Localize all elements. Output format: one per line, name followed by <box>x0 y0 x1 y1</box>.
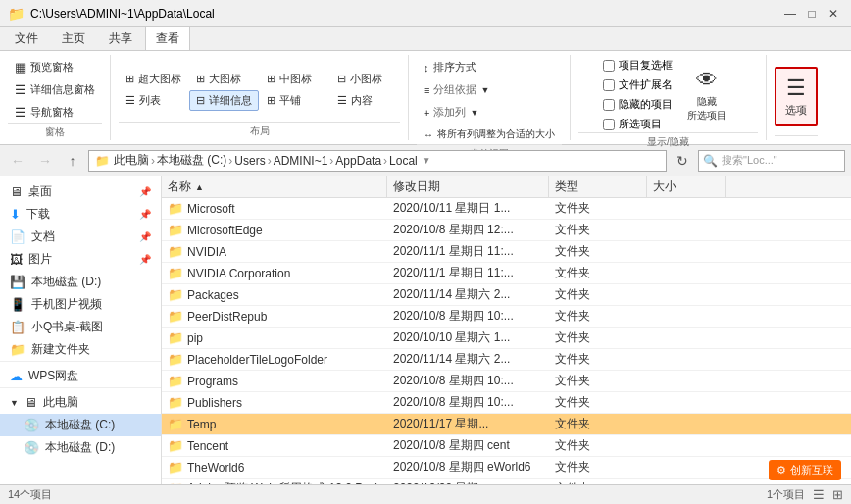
statusbar: 14个项目 1个项目 ☰ ⊞ <box>0 484 851 504</box>
table-row[interactable]: 📁Microsoft2020/10/11 星期日 1...文件夹 <box>162 198 851 220</box>
item-checkbox-row[interactable]: 项目复选框 <box>603 57 673 74</box>
details-view-icon: ⊟ <box>196 94 205 107</box>
table-row[interactable]: 📁MicrosoftEdge2020/10/8 星期四 12:...文件夹 <box>162 220 851 241</box>
file-ext-checkbox-row[interactable]: 文件扩展名 <box>603 76 673 93</box>
file-size-cell <box>647 198 726 219</box>
documents-icon: 📄 <box>10 229 25 244</box>
table-row[interactable]: 📁NVIDIA2020/11/1 星期日 11:...文件夹 <box>162 241 851 263</box>
tab-home[interactable]: 主页 <box>51 26 96 50</box>
medium-icon-btn[interactable]: ⊞ 中图标 <box>260 69 329 89</box>
maximize-button[interactable]: □ <box>802 4 822 24</box>
sidebar-item-new-folder[interactable]: 📁 新建文件夹 <box>0 338 161 361</box>
pane-group-label: 窗格 <box>8 123 102 139</box>
up-button[interactable]: ↑ <box>61 149 84 173</box>
options-btn[interactable]: ☰ 选项 <box>775 67 818 126</box>
search-icon: 🔍 <box>703 154 718 168</box>
table-row[interactable]: 📁TheWorld62020/10/8 星期四 eWorld6文件夹 <box>162 457 851 479</box>
watermark-icon: ⚙ <box>776 464 786 477</box>
table-row[interactable]: 📁Packages2020/11/14 星期六 2...文件夹 <box>162 284 851 306</box>
fit-col-btn[interactable]: ↔ 将所有列调整为合适的大小 <box>417 125 562 144</box>
group-by-btn[interactable]: ≡ 分组依据 ▼ <box>417 79 496 100</box>
table-row[interactable]: 📁PeerDistRepub2020/10/8 星期四 10:...文件夹 <box>162 306 851 328</box>
table-row[interactable]: 📁Temp2020/11/17 星期...文件夹 <box>162 414 851 435</box>
content-btn[interactable]: ☰ 内容 <box>330 90 400 111</box>
this-pc-icon: 🖥 <box>25 395 37 410</box>
tab-share[interactable]: 共享 <box>98 26 143 50</box>
sort-by-btn[interactable]: ↕ 排序方式 <box>417 57 483 77</box>
file-name-cell: 📁Publishers <box>162 392 387 413</box>
back-button[interactable]: ← <box>6 149 29 173</box>
file-type-cell: 文件夹 <box>549 349 647 370</box>
sidebar-item-pictures[interactable]: 🖼 图片 📌 <box>0 248 161 271</box>
table-row[interactable]: 📁PlaceholderTileLogoFolder2020/11/14 星期六… <box>162 349 851 371</box>
col-header-name[interactable]: 名称 ▲ <box>162 176 387 197</box>
col-header-type[interactable]: 类型 <box>549 176 647 197</box>
minimize-button[interactable]: — <box>780 4 800 24</box>
details-view-btn[interactable]: ⊟ 详细信息 <box>189 90 259 111</box>
large-icon-btn[interactable]: ⊞ 大图标 <box>189 69 259 89</box>
file-type-cell: 文件夹 <box>549 263 647 283</box>
file-area: 名称 ▲ 修改日期 类型 大小 📁Microsoft2020/10/11 星期日… <box>162 176 851 484</box>
ribbon-tabs: 文件 主页 共享 查看 <box>0 27 851 51</box>
super-large-btn[interactable]: ⊞ 超大图标 <box>119 69 188 89</box>
hidden-items-checkbox-row[interactable]: 隐藏的项目 <box>603 96 673 113</box>
sidebar-item-documents[interactable]: 📄 文档 📌 <box>0 226 161 248</box>
file-ext-checkbox[interactable] <box>603 79 615 91</box>
table-row[interactable]: 📁Tencent2020/10/8 星期四 cent文件夹 <box>162 435 851 457</box>
search-box[interactable]: 🔍 搜索"Loc..." <box>698 150 845 172</box>
selected-items-checkbox-row[interactable]: 所选项目 <box>603 116 673 132</box>
file-size-cell <box>647 414 726 434</box>
preview-pane-button[interactable]: ▦ 预览窗格 <box>8 57 102 77</box>
options-group-label <box>775 135 818 138</box>
details-pane-button[interactable]: ☰ 详细信息窗格 <box>8 79 102 100</box>
file-name-cell: 📁pip <box>162 328 387 348</box>
col-header-size[interactable]: 大小 <box>647 176 726 197</box>
hide-selected-btn[interactable]: 👁 隐藏 所选项目 <box>680 66 733 125</box>
col-header-date[interactable]: 修改日期 <box>387 176 549 197</box>
sidebar-item-drive-d2[interactable]: 💿 本地磁盘 (D:) <box>0 436 161 459</box>
sidebar-item-drive-c[interactable]: 💿 本地磁盘 (C:) <box>0 414 161 436</box>
add-col-btn[interactable]: + 添加列 ▼ <box>417 102 485 123</box>
sidebar-item-xiaoq[interactable]: 📋 小Q书桌-截图 <box>0 316 161 338</box>
sidebar-item-desktop[interactable]: 🖥 桌面 📌 <box>0 180 161 203</box>
item-checkbox[interactable] <box>603 60 615 72</box>
close-button[interactable]: ✕ <box>824 4 843 24</box>
table-row[interactable]: 📁Publishers2020/10/8 星期四 10:...文件夹 <box>162 392 851 414</box>
details-view-status-btn[interactable]: ☰ <box>813 487 825 502</box>
tab-file[interactable]: 文件 <box>4 26 49 50</box>
refresh-button[interactable]: ↻ <box>671 149 694 173</box>
small-icon: ⊟ <box>337 73 346 85</box>
folder-cell-icon: 📁 <box>168 395 183 410</box>
sidebar-item-drive-d[interactable]: 💾 本地磁盘 (D:) <box>0 271 161 293</box>
selected-items-checkbox[interactable] <box>603 119 615 130</box>
folder-cell-icon: 📁 <box>168 460 183 475</box>
file-size-cell <box>647 479 726 484</box>
sidebar-item-wps[interactable]: ☁ WPS网盘 <box>0 365 161 387</box>
tiles-btn[interactable]: ⊞ 平铺 <box>260 90 329 111</box>
small-icon-btn[interactable]: ⊟ 小图标 <box>330 69 400 89</box>
file-date-cell: 2020/10/10 星期六 1... <box>387 328 549 348</box>
forward-button[interactable]: → <box>33 149 57 173</box>
file-date-cell: 2020/11/14 星期六 2... <box>387 284 549 305</box>
list-view-btn[interactable]: ☰ 列表 <box>119 90 188 111</box>
sidebar-item-downloads[interactable]: ⬇ 下载 📌 <box>0 203 161 226</box>
table-row[interactable]: 📁Adobe 预览 Web 所用格式 13.0 Prof...2020/10/2… <box>162 479 851 484</box>
sidebar-item-this-pc[interactable]: ▼ 🖥 此电脑 <box>0 391 161 414</box>
titlebar-path: C:\Users\ADMINI~1\AppData\Local <box>30 7 215 21</box>
drive-d2-icon: 💿 <box>24 440 39 455</box>
layout-group-label: 布局 <box>119 122 400 138</box>
file-size-cell <box>647 306 726 327</box>
table-row[interactable]: 📁NVIDIA Corporation2020/11/1 星期日 11:...文… <box>162 263 851 284</box>
file-size-cell <box>647 371 726 391</box>
tiles-icon: ⊞ <box>267 94 275 107</box>
large-view-status-btn[interactable]: ⊞ <box>832 487 843 502</box>
nav-pane-button[interactable]: ☰ 导航窗格 <box>8 102 102 123</box>
ribbon-group-options: ☰ 选项 <box>767 55 826 140</box>
group-icon: ≡ <box>424 84 429 96</box>
sidebar-item-phone[interactable]: 📱 手机图片视频 <box>0 293 161 316</box>
address-bar-input[interactable]: 📁 此电脑 › 本地磁盘 (C:) › Users › ADMINI~1 › A… <box>88 150 667 172</box>
tab-view[interactable]: 查看 <box>145 26 190 50</box>
table-row[interactable]: 📁Programs2020/10/8 星期四 10:...文件夹 <box>162 371 851 392</box>
table-row[interactable]: 📁pip2020/10/10 星期六 1...文件夹 <box>162 328 851 349</box>
hidden-items-checkbox[interactable] <box>603 99 615 111</box>
